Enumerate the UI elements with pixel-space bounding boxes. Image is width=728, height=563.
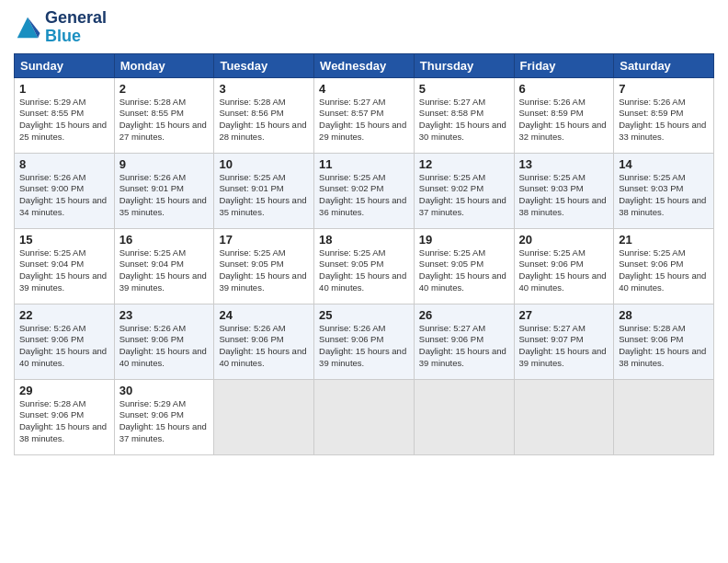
day-info: Sunrise: 5:26 AMSunset: 8:59 PMDaylight:… (619, 97, 709, 144)
day-info: Sunrise: 5:26 AMSunset: 9:00 PMDaylight:… (19, 172, 109, 219)
day-info: Sunrise: 5:26 AMSunset: 9:06 PMDaylight:… (219, 323, 309, 370)
day-number: 19 (419, 233, 509, 247)
calendar-cell: 23 Sunrise: 5:26 AMSunset: 9:06 PMDaylig… (114, 304, 214, 379)
day-info: Sunrise: 5:25 AMSunset: 9:06 PMDaylight:… (619, 247, 709, 294)
calendar-cell: 12 Sunrise: 5:25 AMSunset: 9:02 PMDaylig… (414, 153, 514, 228)
calendar-cell: 24 Sunrise: 5:26 AMSunset: 9:06 PMDaylig… (214, 304, 314, 379)
calendar-cell: 2 Sunrise: 5:28 AMSunset: 8:55 PMDayligh… (114, 77, 214, 153)
day-number: 13 (519, 157, 609, 171)
day-number: 22 (19, 308, 109, 322)
calendar-cell: 14 Sunrise: 5:25 AMSunset: 9:03 PMDaylig… (614, 153, 714, 228)
day-info: Sunrise: 5:25 AMSunset: 9:02 PMDaylight:… (419, 172, 509, 219)
day-info: Sunrise: 5:26 AMSunset: 9:06 PMDaylight:… (119, 323, 210, 370)
day-number: 9 (119, 157, 210, 171)
calendar-cell: 16 Sunrise: 5:25 AMSunset: 9:04 PMDaylig… (114, 228, 214, 304)
logo-icon (14, 14, 41, 41)
calendar-cell: 5 Sunrise: 5:27 AMSunset: 8:58 PMDayligh… (414, 77, 514, 153)
weekday-header-sunday: Sunday (15, 53, 115, 77)
day-number: 15 (19, 233, 109, 247)
calendar-cell: 7 Sunrise: 5:26 AMSunset: 8:59 PMDayligh… (614, 77, 714, 153)
day-number: 16 (119, 233, 210, 247)
calendar-cell: 10 Sunrise: 5:25 AMSunset: 9:01 PMDaylig… (214, 153, 314, 228)
day-number: 11 (319, 157, 409, 171)
header: General Blue (14, 9, 714, 46)
day-number: 26 (419, 308, 509, 322)
day-number: 27 (519, 308, 609, 322)
day-info: Sunrise: 5:26 AMSunset: 9:06 PMDaylight:… (319, 323, 409, 370)
day-info: Sunrise: 5:28 AMSunset: 8:55 PMDaylight:… (119, 97, 210, 144)
day-info: Sunrise: 5:28 AMSunset: 9:06 PMDaylight:… (619, 323, 709, 370)
calendar-cell (414, 379, 514, 454)
day-info: Sunrise: 5:25 AMSunset: 9:05 PMDaylight:… (419, 247, 509, 294)
calendar-week-4: 22 Sunrise: 5:26 AMSunset: 9:06 PMDaylig… (15, 304, 714, 379)
logo-text: General Blue (45, 9, 107, 46)
calendar-cell: 25 Sunrise: 5:26 AMSunset: 9:06 PMDaylig… (314, 304, 415, 379)
day-number: 8 (19, 157, 109, 171)
page-container: General Blue SundayMondayTuesdayWednesda… (0, 0, 728, 465)
day-info: Sunrise: 5:26 AMSunset: 8:59 PMDaylight:… (519, 97, 609, 144)
calendar-cell: 17 Sunrise: 5:25 AMSunset: 9:05 PMDaylig… (214, 228, 314, 304)
weekday-header-monday: Monday (114, 53, 214, 77)
day-number: 3 (219, 82, 309, 96)
calendar-week-2: 8 Sunrise: 5:26 AMSunset: 9:00 PMDayligh… (15, 153, 714, 228)
calendar-cell: 15 Sunrise: 5:25 AMSunset: 9:04 PMDaylig… (15, 228, 115, 304)
day-number: 7 (619, 82, 709, 96)
day-number: 14 (619, 157, 709, 171)
day-number: 28 (619, 308, 709, 322)
calendar-cell: 9 Sunrise: 5:26 AMSunset: 9:01 PMDayligh… (114, 153, 214, 228)
calendar-cell: 26 Sunrise: 5:27 AMSunset: 9:06 PMDaylig… (414, 304, 514, 379)
calendar-cell: 8 Sunrise: 5:26 AMSunset: 9:00 PMDayligh… (15, 153, 115, 228)
calendar-week-5: 29 Sunrise: 5:28 AMSunset: 9:06 PMDaylig… (15, 379, 714, 454)
day-info: Sunrise: 5:25 AMSunset: 9:05 PMDaylight:… (319, 247, 409, 294)
weekday-header-tuesday: Tuesday (214, 53, 314, 77)
calendar-cell: 27 Sunrise: 5:27 AMSunset: 9:07 PMDaylig… (514, 304, 614, 379)
day-number: 24 (219, 308, 309, 322)
day-info: Sunrise: 5:25 AMSunset: 9:06 PMDaylight:… (519, 247, 609, 294)
calendar-cell: 1 Sunrise: 5:29 AMSunset: 8:55 PMDayligh… (15, 77, 115, 153)
calendar-cell: 3 Sunrise: 5:28 AMSunset: 8:56 PMDayligh… (214, 77, 314, 153)
day-info: Sunrise: 5:25 AMSunset: 9:05 PMDaylight:… (219, 247, 309, 294)
day-number: 1 (19, 82, 109, 96)
calendar-cell (614, 379, 714, 454)
day-info: Sunrise: 5:26 AMSunset: 9:06 PMDaylight:… (19, 323, 109, 370)
weekday-header-thursday: Thursday (414, 53, 514, 77)
weekday-header-friday: Friday (514, 53, 614, 77)
day-info: Sunrise: 5:26 AMSunset: 9:01 PMDaylight:… (119, 172, 210, 219)
calendar-cell: 18 Sunrise: 5:25 AMSunset: 9:05 PMDaylig… (314, 228, 415, 304)
calendar-body: 1 Sunrise: 5:29 AMSunset: 8:55 PMDayligh… (15, 77, 714, 454)
calendar-cell: 13 Sunrise: 5:25 AMSunset: 9:03 PMDaylig… (514, 153, 614, 228)
calendar-cell: 22 Sunrise: 5:26 AMSunset: 9:06 PMDaylig… (15, 304, 115, 379)
day-number: 20 (519, 233, 609, 247)
day-number: 5 (419, 82, 509, 96)
day-info: Sunrise: 5:29 AMSunset: 8:55 PMDaylight:… (19, 97, 109, 144)
calendar-cell (214, 379, 314, 454)
day-info: Sunrise: 5:27 AMSunset: 9:06 PMDaylight:… (419, 323, 509, 370)
day-number: 12 (419, 157, 509, 171)
logo: General Blue (14, 9, 107, 46)
day-info: Sunrise: 5:28 AMSunset: 9:06 PMDaylight:… (19, 398, 109, 445)
calendar-week-3: 15 Sunrise: 5:25 AMSunset: 9:04 PMDaylig… (15, 228, 714, 304)
weekday-header-wednesday: Wednesday (314, 53, 415, 77)
day-number: 18 (319, 233, 409, 247)
day-info: Sunrise: 5:25 AMSunset: 9:03 PMDaylight:… (519, 172, 609, 219)
calendar-cell: 29 Sunrise: 5:28 AMSunset: 9:06 PMDaylig… (15, 379, 115, 454)
calendar: SundayMondayTuesdayWednesdayThursdayFrid… (14, 53, 714, 455)
calendar-cell: 20 Sunrise: 5:25 AMSunset: 9:06 PMDaylig… (514, 228, 614, 304)
day-number: 23 (119, 308, 210, 322)
calendar-week-1: 1 Sunrise: 5:29 AMSunset: 8:55 PMDayligh… (15, 77, 714, 153)
day-number: 17 (219, 233, 309, 247)
calendar-cell: 28 Sunrise: 5:28 AMSunset: 9:06 PMDaylig… (614, 304, 714, 379)
weekday-header-saturday: Saturday (614, 53, 714, 77)
day-info: Sunrise: 5:27 AMSunset: 8:58 PMDaylight:… (419, 97, 509, 144)
calendar-cell: 4 Sunrise: 5:27 AMSunset: 8:57 PMDayligh… (314, 77, 415, 153)
day-number: 2 (119, 82, 210, 96)
day-info: Sunrise: 5:25 AMSunset: 9:04 PMDaylight:… (19, 247, 109, 294)
calendar-cell: 21 Sunrise: 5:25 AMSunset: 9:06 PMDaylig… (614, 228, 714, 304)
day-info: Sunrise: 5:25 AMSunset: 9:01 PMDaylight:… (219, 172, 309, 219)
day-number: 10 (219, 157, 309, 171)
day-number: 4 (319, 82, 409, 96)
day-info: Sunrise: 5:25 AMSunset: 9:04 PMDaylight:… (119, 247, 210, 294)
weekday-header-row: SundayMondayTuesdayWednesdayThursdayFrid… (15, 53, 714, 77)
calendar-cell: 30 Sunrise: 5:29 AMSunset: 9:06 PMDaylig… (114, 379, 214, 454)
calendar-cell (314, 379, 415, 454)
